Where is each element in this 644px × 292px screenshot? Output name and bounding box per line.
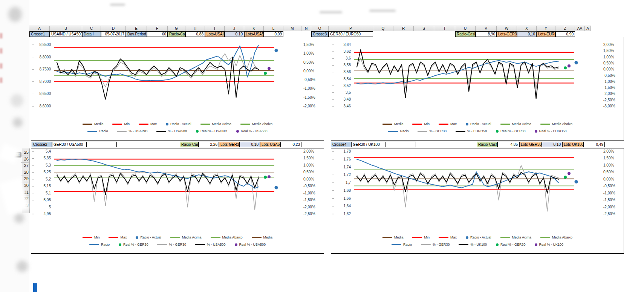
cell-0-49[interactable]: 0,49 — [583, 142, 605, 147]
column-header-d-3[interactable]: D — [101, 26, 126, 31]
column-header-aa-26[interactable]: AA — [575, 26, 585, 31]
column-header-n-13[interactable]: N — [301, 26, 311, 31]
cell-0-88[interactable]: 0,88 — [185, 31, 205, 37]
cell-05-07-2017[interactable]: 05-07-2017 — [101, 31, 126, 37]
cell-60[interactable]: 60 — [147, 31, 168, 37]
column-header-g-6[interactable]: G — [168, 26, 185, 31]
cell-racio-cash[interactable]: Racio-Cash — [180, 142, 199, 147]
cell-data-i[interactable]: Data i — [82, 31, 101, 37]
column-header-s-18[interactable]: S — [414, 26, 434, 31]
legend-line-swatch — [412, 237, 422, 238]
column-header-a-27[interactable]: A — [585, 26, 591, 31]
cell-empty[interactable] — [386, 142, 416, 147]
cell-ger30-euro50[interactable]: GER30 / EURO50 — [329, 31, 373, 37]
cell-lots-ger30[interactable]: Lots-GER30 — [519, 142, 542, 147]
legend-label: Racio — [99, 129, 108, 133]
column-header-e-4[interactable]: E — [126, 26, 147, 31]
cell-lots-usa50[interactable]: Lots-USA50 — [244, 31, 264, 37]
column-header-q-16[interactable]: Q — [373, 26, 393, 31]
cell-racio-cash[interactable]: Racio-Cash — [455, 31, 476, 37]
legend-dot-swatch — [136, 236, 138, 239]
cell-lots-euro5[interactable]: Lots-EURO5 — [537, 31, 555, 37]
legend-line-swatch — [117, 131, 127, 132]
cell-0-10[interactable]: 0,10 — [240, 142, 260, 147]
column-header-a-0[interactable]: A — [29, 26, 50, 31]
row-header-28[interactable]: 28 — [21, 169, 29, 176]
blur-artifact-red — [0, 63, 2, 69]
legend-item-racio-actual: Racio - Actual — [466, 235, 491, 239]
legend-label: % - EURO50 — [467, 129, 487, 133]
column-header-i-8[interactable]: I — [205, 26, 225, 31]
cell-2-26[interactable]: 2,26 — [199, 142, 219, 147]
cell-lots-ger30[interactable]: Lots-GER30 — [497, 31, 517, 37]
legend-label: Racio — [403, 243, 412, 246]
cell-4-85[interactable]: 4,85 — [497, 142, 519, 147]
legend-label: % - GER30 — [169, 243, 186, 246]
legend-label: Racio - Actual — [170, 122, 191, 126]
cell-empty[interactable] — [87, 142, 117, 147]
cell-ger30-usa500[interactable]: GER30 / USA500 — [52, 142, 87, 147]
column-header-t-19[interactable]: T — [434, 26, 455, 31]
blur-artifact — [14, 213, 24, 223]
column-header-w-22[interactable]: W — [497, 26, 517, 31]
column-header-z-25[interactable]: Z — [555, 26, 575, 31]
legend-row-2: Racio% - GER30% - EURO50Real % - GER30Re… — [335, 129, 620, 133]
row-header-29[interactable]: 29 — [21, 176, 29, 182]
cell-0-10[interactable]: 0,10 — [517, 31, 537, 37]
cell-lots-usa50[interactable]: Lots-USA50 — [260, 142, 281, 147]
legend-item-racio-actual: Racio - Actual — [166, 122, 191, 126]
legend-line-swatch — [170, 237, 180, 238]
column-header-o-14[interactable]: O — [311, 26, 329, 31]
legend-line-swatch — [388, 131, 398, 132]
cell-0-10[interactable]: 0,10 — [542, 142, 562, 147]
cell-crosse1[interactable]: Crosse1 — [29, 31, 50, 37]
column-header-p-15[interactable]: P — [329, 26, 373, 31]
column-header-l-11[interactable]: L — [264, 26, 283, 31]
cell-0-10[interactable]: 0,10 — [225, 31, 244, 37]
row-header-26[interactable]: 26 — [21, 156, 29, 163]
cell-0-23[interactable]: 0,23 — [281, 142, 301, 147]
chart-crosse4[interactable]: 1,781,761,741,721,71,681,661,641,622,00%… — [331, 148, 624, 254]
legend-label: Media Abaixo — [552, 122, 572, 126]
cell-lots-ger30[interactable]: Lots-GER30 — [219, 142, 240, 147]
row-header-27[interactable]: 27 — [21, 162, 29, 169]
chart-crosse3[interactable]: 3,643,623,63,583,563,543,523,53,483,462,… — [331, 37, 624, 141]
legend-label: Min — [424, 122, 430, 126]
column-header-k-10[interactable]: K — [244, 26, 264, 31]
legend-line-swatch — [156, 131, 166, 132]
column-header-x-23[interactable]: X — [517, 26, 537, 31]
legend-label: Max — [450, 122, 457, 126]
column-header-h-7[interactable]: H — [185, 26, 205, 31]
column-header-m-12[interactable]: M — [283, 26, 301, 31]
column-header-r-17[interactable]: R — [393, 26, 414, 31]
column-header-u-20[interactable]: U — [455, 26, 476, 31]
cell-crosse3[interactable]: Crosse3 — [311, 31, 329, 37]
cell-0-90[interactable]: 0,90 — [555, 31, 575, 37]
column-header-c-2[interactable]: C — [82, 26, 101, 31]
cell-lots-usain[interactable]: Lots-USAIN — [205, 31, 225, 37]
cell-day-period[interactable]: Day Period — [126, 31, 147, 37]
cell-0-09[interactable]: 0,09 — [264, 31, 283, 37]
cell-8-96[interactable]: 8,96 — [476, 31, 497, 37]
chart-crosse2[interactable]: 5,45,355,35,255,25,155,15,0554,952,00%1,… — [31, 148, 324, 254]
row-header-25[interactable]: 25 — [21, 149, 29, 156]
column-header-b-1[interactable]: B — [50, 26, 82, 31]
cell-racio-cash[interactable]: Racio-Cash — [477, 142, 497, 147]
cell-ger30-uk100[interactable]: GER30 / UK100 — [351, 142, 386, 147]
column-header-j-9[interactable]: J — [225, 26, 244, 31]
column-header-y-24[interactable]: Y — [537, 26, 555, 31]
cell-crosse2[interactable]: Crosse2 — [32, 142, 52, 147]
cell-usaind-usa500[interactable]: USAIND / USA500 — [50, 31, 82, 37]
dot-racio-actual — [275, 49, 278, 52]
legend-item-media-acima: Media Acima — [500, 122, 532, 126]
column-header-f-5[interactable]: F — [147, 26, 168, 31]
column-header-v-21[interactable]: V — [476, 26, 497, 31]
chart-crosse1[interactable]: 8,85008,80008,75008,70008,65008,60001,50… — [31, 37, 324, 141]
legend-item-min: Min — [112, 122, 130, 126]
cell-racio-cash[interactable]: Racio-Cash — [168, 31, 185, 37]
legend-item-media-acima: Media Acima — [500, 235, 532, 239]
legend-item-media-abaixo: Media Abaixo — [240, 122, 272, 126]
cell-crosse4[interactable]: Crosse4 — [331, 142, 351, 147]
cell-lots-uk100[interactable]: Lots-UK100 — [562, 142, 583, 147]
legend-line-swatch — [500, 237, 510, 238]
